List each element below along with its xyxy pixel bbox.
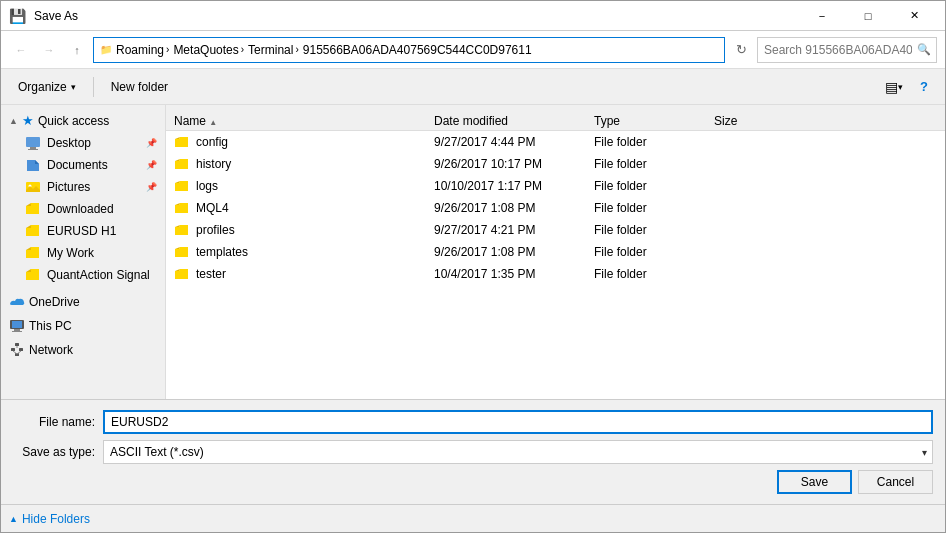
new-folder-button[interactable]: New folder [102, 74, 177, 100]
file-date-cell: 9/26/2017 1:08 PM [434, 201, 594, 215]
filename-input[interactable] [103, 410, 933, 434]
file-date-cell: 9/26/2017 1:08 PM [434, 245, 594, 259]
folder-icon [174, 222, 190, 238]
saveastype-select[interactable]: ASCII Text (*.csv) CSV (*.csv) Text (*.t… [103, 440, 933, 464]
search-icon: 🔍 [917, 43, 931, 56]
organize-button[interactable]: Organize ▾ [9, 74, 85, 100]
minimize-button[interactable]: − [799, 1, 845, 31]
filename-label: File name: [13, 415, 103, 429]
save-button[interactable]: Save [777, 470, 852, 494]
table-row[interactable]: MQL4 9/26/2017 1:08 PM File folder [166, 197, 945, 219]
crumb-metaquotes[interactable]: MetaQuotes › [173, 43, 244, 57]
help-button[interactable]: ? [911, 74, 937, 100]
thispc-header[interactable]: This PC [1, 314, 165, 338]
path-icon: 📁 [100, 44, 112, 55]
file-name-cell: history [174, 156, 434, 172]
onedrive-icon [9, 294, 25, 310]
sidebar-item-quantaction[interactable]: QuantAction Signal [1, 264, 165, 286]
column-header: Name ▲ Date modified Type Size [166, 105, 945, 131]
col-type-header[interactable]: Type [594, 114, 714, 130]
file-name-cell: config [174, 134, 434, 150]
dialog-title: Save As [34, 9, 78, 23]
col-name-header[interactable]: Name ▲ [174, 114, 434, 130]
filename-row: File name: [13, 410, 933, 434]
folder-icon [174, 244, 190, 260]
file-type-cell: File folder [594, 245, 714, 259]
sidebar-item-mywork[interactable]: My Work [1, 242, 165, 264]
file-type-cell: File folder [594, 223, 714, 237]
file-date-cell: 10/10/2017 1:17 PM [434, 179, 594, 193]
sidebar-item-desktop[interactable]: Desktop 📌 [1, 132, 165, 154]
network-icon [9, 342, 25, 358]
eurusd-icon [25, 223, 41, 239]
table-row[interactable]: config 9/27/2017 4:44 PM File folder [166, 131, 945, 153]
onedrive-header[interactable]: OneDrive [1, 290, 165, 314]
file-date-cell: 9/27/2017 4:21 PM [434, 223, 594, 237]
view-button[interactable]: ▤ ▾ [881, 74, 907, 100]
svg-rect-10 [11, 348, 15, 351]
table-row[interactable]: profiles 9/27/2017 4:21 PM File folder [166, 219, 945, 241]
dialog-icon: 💾 [9, 8, 26, 24]
forward-button[interactable]: → [37, 38, 61, 62]
file-type-cell: File folder [594, 179, 714, 193]
hide-folders-button[interactable]: ▲ Hide Folders [9, 512, 90, 526]
crumb-roaming[interactable]: Roaming › [116, 43, 169, 57]
file-date-cell: 9/27/2017 4:44 PM [434, 135, 594, 149]
file-name-cell: MQL4 [174, 200, 434, 216]
crumb-terminal[interactable]: Terminal › [248, 43, 299, 57]
folder-icon [174, 266, 190, 282]
table-row[interactable]: tester 10/4/2017 1:35 PM File folder [166, 263, 945, 285]
quantaction-icon [25, 267, 41, 283]
table-row[interactable]: templates 9/26/2017 1:08 PM File folder [166, 241, 945, 263]
folder-icon [174, 178, 190, 194]
sidebar-item-documents[interactable]: Documents 📌 [1, 154, 165, 176]
view-chevron-icon: ▾ [898, 82, 903, 92]
sidebar: ▲ ★ Quick access Desktop 📌 [1, 105, 166, 399]
quick-access-section: ▲ ★ Quick access Desktop 📌 [1, 109, 165, 286]
title-bar: 💾 Save As − □ ✕ [1, 1, 945, 31]
sort-indicator: ▲ [209, 118, 217, 127]
address-path[interactable]: 📁 Roaming › MetaQuotes › Terminal › 9155… [93, 37, 725, 63]
file-name-cell: templates [174, 244, 434, 260]
saveastype-row: Save as type: ASCII Text (*.csv) CSV (*.… [13, 440, 933, 464]
crumb-guid[interactable]: 915566BA06ADA407569C544CC0D97611 [303, 43, 532, 57]
table-row[interactable]: logs 10/10/2017 1:17 PM File folder [166, 175, 945, 197]
sidebar-item-pictures[interactable]: Pictures 📌 [1, 176, 165, 198]
col-size-header[interactable]: Size [714, 114, 794, 130]
network-header[interactable]: Network [1, 338, 165, 362]
toolbar-separator [93, 77, 94, 97]
pictures-icon [25, 179, 41, 195]
up-button[interactable]: ↑ [65, 38, 89, 62]
file-date-cell: 10/4/2017 1:35 PM [434, 267, 594, 281]
close-button[interactable]: ✕ [891, 1, 937, 31]
svg-rect-8 [12, 331, 22, 332]
quick-access-chevron-icon: ▲ [9, 116, 18, 126]
maximize-button[interactable]: □ [845, 1, 891, 31]
saveastype-select-wrapper: ASCII Text (*.csv) CSV (*.csv) Text (*.t… [103, 440, 933, 464]
pin-icon: 📌 [146, 138, 157, 148]
search-input[interactable] [757, 37, 937, 63]
hide-folders-chevron-icon: ▲ [9, 514, 18, 524]
folder-icon [174, 156, 190, 172]
hide-folders-label: Hide Folders [22, 512, 90, 526]
sidebar-item-downloaded[interactable]: Downloaded [1, 198, 165, 220]
refresh-button[interactable]: ↻ [729, 37, 753, 63]
pin-icon: 📌 [146, 160, 157, 170]
file-type-cell: File folder [594, 135, 714, 149]
sidebar-item-eurusd[interactable]: EURUSD H1 [1, 220, 165, 242]
file-date-cell: 9/26/2017 10:17 PM [434, 157, 594, 171]
col-date-header[interactable]: Date modified [434, 114, 594, 130]
table-row[interactable]: history 9/26/2017 10:17 PM File folder [166, 153, 945, 175]
thispc-icon [9, 318, 25, 334]
cancel-button[interactable]: Cancel [858, 470, 933, 494]
file-name-cell: tester [174, 266, 434, 282]
button-row: Save Cancel [13, 470, 933, 494]
quick-access-header[interactable]: ▲ ★ Quick access [1, 109, 165, 132]
back-button[interactable]: ← [9, 38, 33, 62]
svg-rect-2 [28, 149, 38, 150]
folder-icon [174, 200, 190, 216]
search-wrapper: 🔍 [757, 37, 937, 63]
mywork-icon [25, 245, 41, 261]
svg-rect-6 [12, 321, 22, 328]
file-list: config 9/27/2017 4:44 PM File folder his… [166, 131, 945, 399]
